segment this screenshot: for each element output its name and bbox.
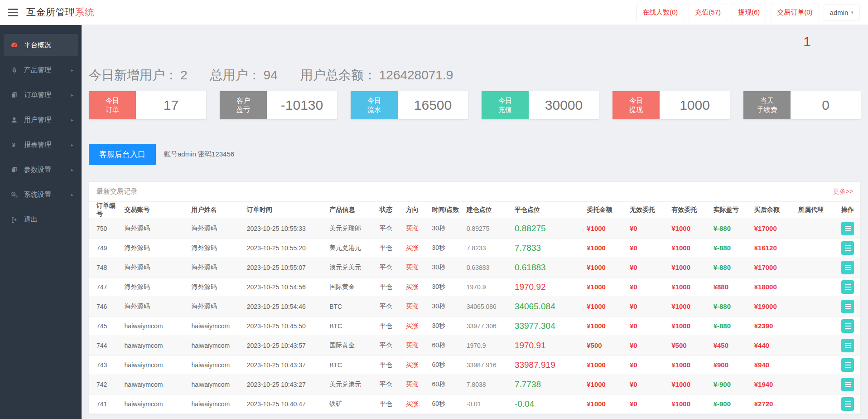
cell-close: 7.7833 xyxy=(512,238,584,258)
cell-account: haiwaiymcom xyxy=(122,355,189,375)
stat-total-users: 总用户： 94 xyxy=(210,67,278,84)
order-detail-button[interactable] xyxy=(841,261,854,274)
cell-product: BTC xyxy=(327,297,377,316)
cell-profit: ¥450 xyxy=(711,336,752,355)
stat-card-today-deposit: 今日充值 30000 xyxy=(482,91,599,119)
chevron-right-icon: ▸ xyxy=(71,117,73,122)
hamburger-menu-icon[interactable] xyxy=(8,9,18,16)
sidebar-item-logout[interactable]: 退出 xyxy=(4,209,78,230)
cell-id: 750 xyxy=(89,219,122,238)
order-detail-button[interactable] xyxy=(841,358,854,372)
cell-op xyxy=(835,316,860,336)
cell-amount: ¥1000 xyxy=(584,375,627,394)
cell-product: BTC xyxy=(327,355,377,375)
stat-card-label: 今日流水 xyxy=(351,91,398,119)
trade-orders-button[interactable]: 交易订单(0) xyxy=(771,4,819,21)
cell-agent xyxy=(796,258,835,277)
cell-op xyxy=(835,258,860,277)
cell-close: 1970.92 xyxy=(512,277,584,297)
table-row: 741haiwaiymcomhaiwaiymcom2023-10-25 10:4… xyxy=(89,394,860,414)
cell-open: 33987.916 xyxy=(464,355,512,375)
cell-product: 国际黄金 xyxy=(327,336,377,355)
sidebar-item-users[interactable]: 用户管理 ▸ xyxy=(4,109,78,131)
latest-trades-panel: 最新交易记录 更多>> 订单编号交易账号用户姓名订单时间产品信息状态方向时间/点… xyxy=(89,181,861,414)
main-content: 1 今日新增用户： 2 总用户： 94 用户总余额： 126428071.9 今… xyxy=(82,25,868,419)
cell-op xyxy=(835,219,860,238)
cell-balance: ¥2720 xyxy=(752,394,796,414)
sidebar-item-products[interactable]: B 产品管理 ▸ xyxy=(4,59,78,81)
cell-valid: ¥1000 xyxy=(669,375,710,394)
stat-card-label: 今日提现 xyxy=(612,91,660,119)
app-title: 互金所管理系统 xyxy=(26,6,95,19)
cell-agent xyxy=(796,219,835,238)
service-portal-button[interactable]: 客服后台入口 xyxy=(89,144,156,165)
withdraw-button[interactable]: 提现(6) xyxy=(732,4,766,21)
cell-valid: ¥1000 xyxy=(669,238,710,258)
app-title-red: 系统 xyxy=(75,7,95,17)
sidebar-item-system[interactable]: 系统设置 ▸ xyxy=(4,184,78,205)
cell-account: 海外源码 xyxy=(122,219,189,238)
order-detail-button[interactable] xyxy=(841,339,854,352)
cell-id: 741 xyxy=(89,394,122,414)
cell-period: 60秒 xyxy=(429,394,463,414)
stat-card-label: 今日订单 xyxy=(89,91,136,119)
files-icon xyxy=(10,166,18,173)
cell-product: BTC xyxy=(327,316,377,336)
list-icon xyxy=(845,323,851,329)
user-menu[interactable]: admin▾ xyxy=(824,4,860,21)
table-row: 750海外源码海外源码2023-10-25 10:55:33美元兑瑞郎平仓买涨3… xyxy=(89,219,860,238)
order-detail-button[interactable] xyxy=(841,280,854,294)
column-header: 方向 xyxy=(403,202,429,219)
order-detail-button[interactable] xyxy=(841,397,854,411)
sidebar-item-reports[interactable]: ¥ 报表管理 ▸ xyxy=(4,134,78,156)
cell-invalid: ¥0 xyxy=(627,277,669,297)
stat-card-value: 1000 xyxy=(660,91,730,119)
cell-amount: ¥1000 xyxy=(584,238,627,258)
order-detail-button[interactable] xyxy=(841,378,854,391)
cell-open: 7.8038 xyxy=(464,375,512,394)
cell-account: haiwaiymcom xyxy=(122,375,189,394)
list-icon xyxy=(845,284,851,290)
cell-period: 30秒 xyxy=(429,277,463,297)
cell-direction: 买涨 xyxy=(403,219,429,238)
cell-invalid: ¥0 xyxy=(627,258,669,277)
cell-invalid: ¥0 xyxy=(627,355,669,375)
stat-label: 总用户： xyxy=(210,67,261,84)
cell-name: 海外源码 xyxy=(188,219,244,238)
order-detail-button[interactable] xyxy=(841,241,854,255)
sidebar-item-label: 系统设置 xyxy=(24,190,71,199)
sidebar-item-orders[interactable]: 订单管理 ▸ xyxy=(4,84,78,106)
order-detail-button[interactable] xyxy=(841,300,854,313)
column-header: 买后余额 xyxy=(752,202,796,219)
cell-amount: ¥1000 xyxy=(584,316,627,336)
sidebar-item-params[interactable]: 参数设置 ▸ xyxy=(4,159,78,180)
cell-direction: 买涨 xyxy=(403,394,429,414)
column-header: 所属代理 xyxy=(796,202,835,219)
cell-id: 745 xyxy=(89,316,122,336)
cell-op xyxy=(835,238,860,258)
cell-close: 7.7738 xyxy=(512,375,584,394)
cell-profit: ¥-900 xyxy=(711,375,752,394)
cell-agent xyxy=(796,375,835,394)
cell-amount: ¥1000 xyxy=(584,394,627,414)
cell-invalid: ¥0 xyxy=(627,219,669,238)
cell-valid: ¥1000 xyxy=(669,316,710,336)
cell-direction: 买涨 xyxy=(403,336,429,355)
cell-valid: ¥500 xyxy=(669,336,710,355)
sidebar-item-overview[interactable]: 平台概况 xyxy=(4,34,78,56)
order-detail-button[interactable] xyxy=(841,319,854,333)
stat-card-today-withdraw: 今日提现 1000 xyxy=(612,91,730,119)
cell-profit: ¥-880 xyxy=(711,238,752,258)
cell-close: 34065.084 xyxy=(512,297,584,316)
chevron-right-icon: ▸ xyxy=(71,167,73,172)
cell-invalid: ¥0 xyxy=(627,238,669,258)
cell-agent xyxy=(796,394,835,414)
online-users-button[interactable]: 在线人数(0) xyxy=(636,4,684,21)
more-link[interactable]: 更多>> xyxy=(833,188,853,196)
order-detail-button[interactable] xyxy=(841,222,854,235)
cell-balance: ¥17000 xyxy=(752,219,796,238)
cell-account: 海外源码 xyxy=(122,258,189,277)
cell-close: 0.61883 xyxy=(512,258,584,277)
deposit-button[interactable]: 充值(57) xyxy=(689,4,727,21)
cell-amount: ¥500 xyxy=(584,336,627,355)
